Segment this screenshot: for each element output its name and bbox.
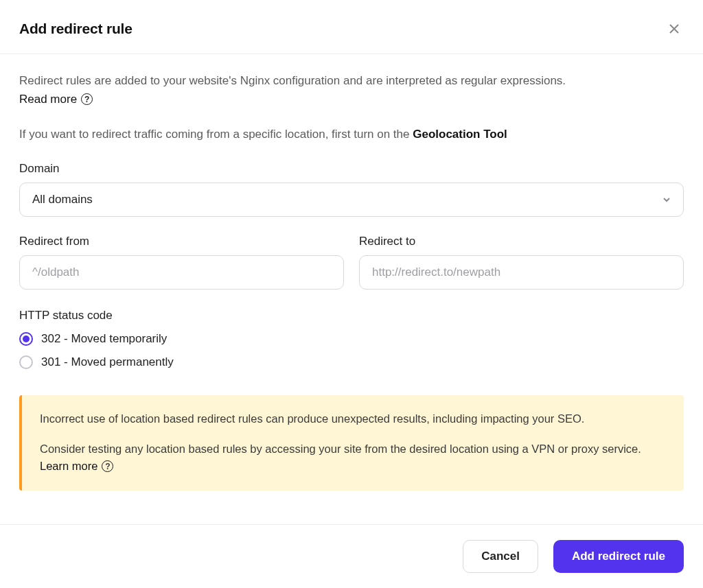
modal-footer: Cancel Add redirect rule [0, 524, 703, 588]
status-code-label: HTTP status code [19, 309, 684, 322]
status-code-radio-301[interactable]: 301 - Moved permanently [19, 355, 684, 369]
status-code-radio-301-label: 301 - Moved permanently [41, 355, 174, 369]
modal-title: Add redirect rule [19, 21, 132, 37]
redirect-to-column: Redirect to [359, 235, 684, 290]
learn-more-wrap: Learn more? [40, 458, 113, 475]
intro-text: Redirect rules are added to your website… [19, 72, 684, 90]
read-more-link-row: Read more ? [19, 93, 684, 106]
submit-button[interactable]: Add redirect rule [553, 540, 684, 573]
warning-line-2-text: Consider testing any location based rule… [40, 443, 641, 455]
warning-alert: Incorrect use of location based redirect… [19, 395, 684, 491]
domain-select[interactable]: All domains [19, 183, 684, 217]
warning-line-2: Consider testing any location based rule… [40, 440, 666, 475]
modal-header: Add redirect rule [0, 0, 703, 54]
read-more-link[interactable]: Read more [19, 93, 77, 106]
redirect-from-label: Redirect from [19, 235, 344, 248]
chevron-down-icon [662, 196, 671, 204]
add-redirect-rule-modal: Add redirect rule Redirect rules are add… [0, 0, 703, 588]
redirect-from-column: Redirect from [19, 235, 344, 290]
radio-indicator-icon [19, 355, 33, 369]
geolocation-hint: If you want to redirect traffic coming f… [19, 126, 684, 143]
help-icon[interactable]: ? [81, 93, 93, 105]
status-code-radio-302[interactable]: 302 - Moved temporarily [19, 332, 684, 346]
redirect-fields-row: Redirect from Redirect to [19, 235, 684, 290]
redirect-to-label: Redirect to [359, 235, 684, 248]
redirect-from-input[interactable] [19, 255, 344, 290]
domain-selected-value: All domains [32, 193, 93, 207]
cancel-button[interactable]: Cancel [463, 540, 538, 573]
status-code-radio-302-label: 302 - Moved temporarily [41, 332, 167, 346]
geolocation-hint-text: If you want to redirect traffic coming f… [19, 128, 413, 141]
close-icon [669, 24, 679, 34]
redirect-to-input[interactable] [359, 255, 684, 290]
domain-label: Domain [19, 162, 684, 176]
geolocation-tool-link[interactable]: Geolocation Tool [413, 128, 507, 141]
close-button[interactable] [665, 19, 684, 38]
help-icon[interactable]: ? [102, 460, 113, 472]
modal-body: Redirect rules are added to your website… [0, 54, 703, 524]
warning-line-1: Incorrect use of location based redirect… [40, 410, 666, 428]
learn-more-link[interactable]: Learn more [40, 458, 97, 475]
status-code-radio-group: 302 - Moved temporarily 301 - Moved perm… [19, 332, 684, 369]
radio-indicator-icon [19, 332, 33, 346]
